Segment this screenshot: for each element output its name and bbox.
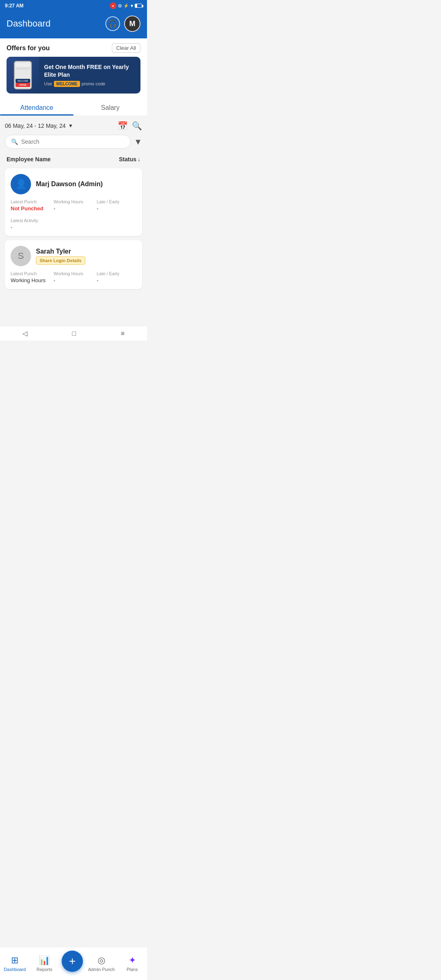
- tab-attendance[interactable]: Attendance: [0, 98, 74, 116]
- stat-label: Working Hours: [53, 271, 93, 276]
- stat-latest-punch: Latest Punch Working Hours: [11, 271, 50, 283]
- stat-label: Late / Early: [97, 271, 136, 276]
- search-icon[interactable]: 🔍: [132, 121, 142, 131]
- employee-header: 👤 Marj Dawson (Admin): [11, 174, 136, 194]
- filter-icon[interactable]: ▼: [134, 137, 142, 147]
- chevron-down-icon: ▼: [68, 123, 73, 129]
- tabs-section: Attendance Salary: [0, 98, 147, 116]
- stat-latest-punch: Latest Punch Not Punched: [11, 199, 50, 212]
- sort-icon: ↓: [138, 156, 140, 163]
- content-area: 06 May, 24 - 12 May, 24 ▼ 📅 🔍 🔍 ▼ Employ…: [0, 116, 147, 326]
- stat-late-early: Late / Early -: [97, 199, 136, 212]
- share-login-badge[interactable]: Share Login Details: [36, 256, 85, 265]
- offers-banner[interactable]: WELCOME OFFER Get One Month FREE on Year…: [7, 57, 140, 94]
- search-row: 🔍 ▼: [5, 135, 142, 149]
- banner-main-text: Get One Month FREE on Yearly Elite Plan: [44, 63, 136, 78]
- date-range-button[interactable]: 06 May, 24 - 12 May, 24 ▼: [5, 122, 73, 129]
- stat-late-early: Late / Early -: [97, 271, 136, 283]
- status-col-header: Status ↓: [119, 156, 140, 163]
- employee-card[interactable]: S Sarah Tyler Share Login Details Latest…: [5, 240, 142, 289]
- employee-stats: Latest Punch Working Hours Working Hours…: [11, 271, 136, 283]
- search-bar-icon: 🔍: [11, 138, 18, 145]
- headset-button[interactable]: 🎧: [105, 16, 120, 31]
- avatar: 👤: [11, 174, 31, 194]
- offers-header: Offers for you Clear All: [7, 43, 140, 53]
- android-nav-bar: ◁ □ ≡: [0, 326, 147, 341]
- stat-label: Working Hours: [53, 199, 93, 204]
- avatar-letter: S: [18, 251, 24, 261]
- employee-info: Marj Dawson (Admin): [36, 180, 103, 188]
- avatar[interactable]: M: [124, 16, 140, 32]
- employee-info: Sarah Tyler Share Login Details: [36, 248, 85, 265]
- date-filter-row: 06 May, 24 - 12 May, 24 ▼ 📅 🔍: [5, 121, 142, 131]
- status-time: 9:27 AM: [5, 3, 24, 9]
- employee-name: Sarah Tyler: [36, 248, 85, 255]
- stat-label: Late / Early: [97, 199, 136, 204]
- promo-code-badge: WELCOME: [54, 81, 80, 87]
- table-header: Employee Name Status ↓: [5, 154, 142, 165]
- avatar: S: [11, 246, 31, 266]
- page-title: Dashboard: [7, 18, 51, 29]
- home-button[interactable]: □: [72, 330, 76, 337]
- recents-button[interactable]: ≡: [121, 330, 125, 337]
- stat-value-hours: -: [53, 277, 93, 283]
- stat-label: Latest Activity: [11, 218, 136, 223]
- offers-section: Offers for you Clear All WELCOME OFFER G…: [0, 38, 147, 98]
- employee-col-header: Employee Name: [7, 156, 51, 163]
- status-bar: 9:27 AM ● ⊙ ⚡ ▾: [0, 0, 147, 11]
- stat-value-punch: Not Punched: [11, 205, 50, 212]
- stat-label: Latest Punch: [11, 199, 50, 204]
- offer-label: OFFER: [16, 83, 30, 87]
- stat-working-hours: Working Hours -: [53, 271, 93, 283]
- header-icons: 🎧 M: [105, 16, 140, 32]
- status-wifi-icon: ▾: [131, 3, 133, 9]
- date-range-text: 06 May, 24 - 12 May, 24: [5, 122, 66, 129]
- tab-salary[interactable]: Salary: [74, 98, 147, 116]
- status-icon-1: ⊙: [118, 3, 122, 9]
- employee-stats: Latest Punch Not Punched Working Hours -…: [11, 199, 136, 230]
- avatar-icon: 👤: [16, 179, 27, 189]
- employee-name: Marj Dawson (Admin): [36, 180, 103, 188]
- status-bluetooth-icon: ⚡: [123, 3, 129, 9]
- header: Dashboard 🎧 M: [0, 11, 147, 38]
- search-input[interactable]: [21, 138, 125, 145]
- calendar-icon[interactable]: 📅: [118, 121, 128, 131]
- offers-title: Offers for you: [7, 45, 50, 52]
- battery-icon: [135, 4, 142, 8]
- status-right: ● ⊙ ⚡ ▾: [110, 2, 142, 9]
- recording-indicator: ●: [110, 2, 116, 9]
- status-left: 9:27 AM: [5, 3, 24, 9]
- welcome-label: WELCOME: [16, 79, 30, 83]
- employee-header: S Sarah Tyler Share Login Details: [11, 246, 136, 266]
- stat-value-late: -: [97, 205, 136, 212]
- back-button[interactable]: ◁: [22, 330, 27, 337]
- phone-mockup: WELCOME OFFER: [14, 61, 32, 89]
- stat-latest-activity: Latest Activity -: [11, 218, 136, 230]
- date-action-icons: 📅 🔍: [118, 121, 142, 131]
- employee-card[interactable]: 👤 Marj Dawson (Admin) Latest Punch Not P…: [5, 168, 142, 236]
- stat-working-hours: Working Hours -: [53, 199, 93, 212]
- stat-label: Latest Punch: [11, 271, 50, 276]
- stat-value-punch: Working Hours: [11, 277, 50, 283]
- stat-value-hours: -: [53, 205, 93, 212]
- banner-text: Get One Month FREE on Yearly Elite Plan …: [39, 57, 140, 94]
- stat-value-late: -: [97, 277, 136, 283]
- clear-all-button[interactable]: Clear All: [112, 43, 140, 53]
- banner-promo: Use WELCOME promo code: [44, 81, 136, 87]
- search-bar: 🔍: [5, 135, 131, 149]
- phone-screen: WELCOME OFFER: [15, 62, 31, 89]
- banner-phone-image: WELCOME OFFER: [7, 57, 39, 94]
- stat-value-activity: -: [11, 224, 136, 230]
